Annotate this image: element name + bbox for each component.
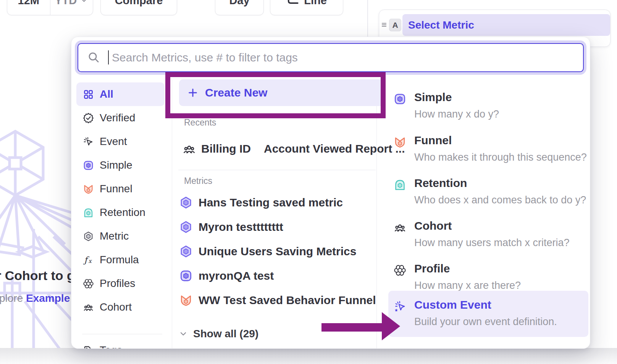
metric-type-title: Cohort (414, 220, 570, 232)
sidebar-filter-label: Event (100, 135, 127, 148)
metric-type-row[interactable]: Funnel Who makes it through this sequenc… (388, 132, 588, 172)
chevron-down-icon (179, 329, 188, 338)
sidebar-filter-item[interactable]: Verified (76, 106, 165, 130)
filter-sidebar: All Verified Event Simple Funnel Retenti… (76, 82, 165, 319)
metric-type-row[interactable]: Retention Who does x and comes back to d… (388, 175, 588, 215)
custom-event-icon (394, 301, 406, 312)
search-input[interactable] (78, 44, 583, 71)
sidebar-filter-item[interactable]: Simple (76, 153, 165, 177)
metric-type-desc: How many x do y? (414, 108, 499, 120)
sidebar-filter-item[interactable]: Funnel (76, 177, 165, 201)
funnel-icon (180, 294, 192, 306)
metric-slot-badge: A (389, 19, 401, 31)
metric-type-title: Custom Event (414, 299, 557, 311)
funnel-icon (83, 184, 94, 194)
saved-metric-row[interactable]: Unique Users Saving Metrics (180, 239, 375, 264)
profile-icon (394, 264, 406, 276)
recent-item-row[interactable]: Billing ID Account Viewed Report ... (183, 140, 374, 158)
metric-type-desc: Who does x and comes back to do y? (414, 194, 586, 206)
cohort-icon (83, 302, 94, 312)
sidebar-filter-label: Tags (100, 344, 122, 349)
range-12m-button[interactable]: 12M (7, 0, 50, 15)
types-divider-line (376, 80, 377, 348)
cohort-icon (394, 222, 406, 234)
retention-icon (394, 179, 406, 191)
saved-metric-row[interactable]: WW Test Saved Behavior Funnel (180, 288, 375, 312)
granularity-day-button[interactable]: Day (215, 0, 264, 15)
simple-icon (180, 270, 192, 282)
recent-item-primary: Billing ID (201, 142, 251, 155)
chart-type-line-button[interactable]: Line (270, 0, 343, 15)
metric-type-title: Profile (414, 263, 521, 274)
metric-type-row[interactable]: Cohort How many users match x criteria? (388, 218, 588, 258)
metric-type-desc: Who makes it through this sequence? (414, 151, 587, 163)
line-label: Line (304, 0, 327, 7)
metric-type-title: Simple (414, 92, 499, 103)
drag-handle-icon[interactable] (381, 20, 387, 30)
sidebar-filter-label: Verified (100, 112, 135, 124)
event-icon (83, 137, 94, 147)
saved-metric-icon (180, 196, 192, 209)
metric-picker-dropdown: All Verified Event Simple Funnel Retenti… (71, 37, 590, 349)
sidebar-divider-line (172, 80, 172, 348)
recent-item-secondary: Account Viewed Report ... (264, 142, 405, 155)
saved-metric-row[interactable]: myronQA test (180, 264, 375, 288)
sidebar-filter-label: Profiles (100, 277, 135, 290)
show-all-label: Show all (29) (193, 328, 258, 340)
sidebar-filter-item-tags[interactable]: Tags (76, 338, 165, 349)
sidebar-filter-item[interactable]: Cohort (76, 295, 165, 319)
page-bottom-strip (0, 348, 617, 364)
sidebar-filter-label: Retention (100, 206, 145, 219)
show-all-toggle[interactable]: Show all (29) (179, 328, 258, 340)
range-12m-label: 12M (18, 0, 39, 7)
plus-icon (187, 87, 198, 98)
formula-icon (83, 255, 94, 265)
background-headline-fragment: r Cohort to ge (0, 268, 82, 283)
saved-metric-row[interactable]: Hans Testing saved metric (180, 190, 375, 215)
line-chart-icon (286, 0, 299, 7)
range-ytd-label: YTD (55, 0, 77, 7)
sidebar-filter-label: Metric (100, 230, 129, 242)
sidebar-filter-item[interactable]: Profiles (76, 272, 165, 295)
middle-column-divider (178, 170, 376, 170)
sidebar-bottom-divider (82, 334, 162, 334)
all-icon (83, 89, 94, 100)
metric-type-row[interactable]: Simple How many x do y? (388, 89, 588, 129)
day-label: Day (229, 0, 249, 7)
compare-button[interactable]: Compare (100, 0, 177, 15)
metric-icon (83, 231, 94, 242)
chevron-down-icon (80, 0, 88, 5)
select-metric-label: Select Metric (408, 19, 474, 31)
example-link[interactable]: Example (26, 292, 70, 304)
saved-metric-label: Unique Users Saving Metrics (199, 245, 356, 258)
profiles-icon (83, 279, 94, 289)
sidebar-filter-item[interactable]: All (76, 82, 165, 106)
sidebar-filter-label: Funnel (100, 183, 132, 195)
range-ytd-button[interactable]: YTD (50, 0, 93, 15)
saved-metric-label: Myron testttttttt (199, 221, 283, 234)
explore-text-fragment: xplore (0, 292, 26, 304)
retention-icon (83, 208, 94, 218)
saved-metric-row[interactable]: Myron testttttttt (180, 215, 375, 239)
verified-icon (83, 113, 94, 123)
app-root: 12M YTD Compare Day Line A Select Metric… (0, 0, 617, 364)
sidebar-filter-item[interactable]: Metric (76, 224, 165, 248)
saved-metric-icon (180, 221, 192, 233)
sidebar-filter-label: All (100, 88, 113, 100)
simple-icon (83, 160, 94, 171)
search-box (78, 43, 584, 72)
create-new-button[interactable]: Create New (179, 79, 384, 106)
metric-type-desc: How many x are there? (414, 280, 521, 292)
compare-label: Compare (115, 0, 163, 7)
metric-slot-badge-letter: A (392, 21, 398, 30)
sidebar-filter-item[interactable]: Event (76, 130, 165, 153)
funnel-icon (394, 136, 406, 148)
select-metric-pill[interactable]: Select Metric (402, 14, 610, 36)
sidebar-filter-item[interactable]: Retention (76, 201, 165, 224)
sidebar-overflow-item-wrap: Tags (76, 338, 165, 349)
saved-metric-label: WW Test Saved Behavior Funnel (199, 294, 376, 307)
metric-type-row[interactable]: Custom Event Build your own event defini… (388, 291, 588, 337)
date-range-segmented-control: 12M YTD (7, 0, 93, 15)
sidebar-filter-item[interactable]: Formula (76, 248, 165, 272)
saved-metric-icon (180, 245, 192, 258)
